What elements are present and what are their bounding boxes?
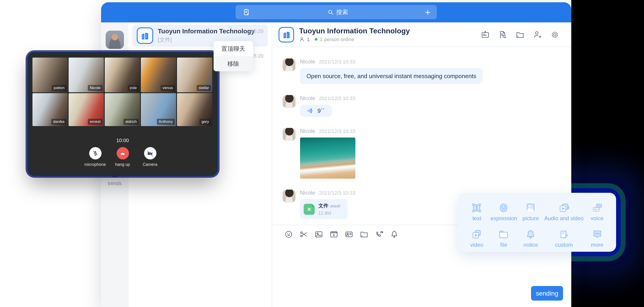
hang-up-button[interactable]: hang up — [110, 147, 136, 167]
chat-header: Tuoyun Information Technology 1 1 person… — [272, 22, 571, 47]
chat-title: Tuoyun Information Technology — [299, 27, 410, 35]
microphone-toggle[interactable]: microphone — [82, 147, 108, 167]
my-avatar[interactable] — [106, 31, 124, 49]
search-bar[interactable]: 搜索 + — [236, 5, 437, 19]
image-button[interactable] — [314, 230, 323, 239]
panel-item-expression[interactable]: expression — [490, 198, 517, 225]
add-member-button[interactable] — [533, 30, 542, 39]
video-button[interactable] — [329, 230, 338, 239]
chat-header-actions — [481, 30, 560, 39]
message-time: 2021/12/3 10:33 — [319, 190, 356, 196]
group-notice-button[interactable] — [481, 30, 490, 39]
voice-duration: 9`` — [318, 107, 325, 114]
panel-item-file[interactable]: file — [490, 225, 517, 252]
notice-icon — [525, 229, 537, 241]
panel-label: file — [500, 242, 508, 248]
chat-search-button[interactable] — [498, 30, 507, 39]
panel-item-video[interactable]: video — [463, 225, 490, 252]
sender-name: Nicole — [300, 95, 315, 101]
panel-item-notice[interactable]: notice — [517, 225, 544, 252]
conversation-time: 15:20 — [251, 28, 264, 34]
participant-tile: danika — [32, 93, 68, 126]
participant-tile: venus — [141, 57, 176, 92]
titlebar: 搜索 + — [101, 2, 571, 22]
add-icon[interactable]: + — [425, 7, 430, 17]
camera-toggle[interactable]: Camera — [137, 147, 163, 167]
expression-icon — [498, 202, 510, 214]
voice-bubble[interactable]: 9`` — [300, 105, 332, 117]
trends-label: trends — [108, 180, 122, 186]
panel-label: picture — [522, 215, 539, 222]
panel-item-picture[interactable]: picture — [517, 198, 544, 225]
participant-name: stellar — [197, 85, 211, 91]
pin-chat-menu-item[interactable]: 置顶聊天 — [214, 41, 253, 56]
notice-button[interactable] — [390, 230, 399, 239]
participant-name: ernest — [88, 119, 102, 125]
participant-name: zole — [128, 85, 138, 91]
panel-item-custom[interactable]: custom — [544, 225, 584, 252]
conversation-create-icon[interactable] — [242, 8, 251, 16]
message-voice: Nicole 2021/12/3 10:33 9`` — [283, 95, 560, 117]
call-button[interactable] — [374, 230, 384, 239]
panel-label: notice — [524, 242, 538, 248]
sender-avatar[interactable] — [283, 58, 296, 71]
emoji-button[interactable] — [284, 230, 293, 239]
camera-muted-icon — [144, 147, 156, 159]
beach-photo-attachment[interactable] — [300, 137, 356, 179]
message-time: 2021/12/3 10:33 — [319, 128, 356, 134]
file-ext: .excel — [329, 204, 340, 208]
remove-menu-item[interactable]: 移除 — [214, 56, 253, 71]
panel-item-audio-video[interactable]: Audio and video — [544, 198, 584, 225]
sender-name: Nicole — [300, 58, 315, 65]
file-attachment[interactable]: 文件.excel 12.8M — [300, 199, 348, 219]
member-count: 1 — [307, 36, 310, 42]
sender-avatar[interactable] — [283, 190, 296, 202]
online-dot — [315, 38, 318, 41]
participant-name: venus — [161, 85, 175, 91]
participant-name: gary — [200, 119, 211, 125]
group-avatar — [278, 27, 294, 42]
participant-tile: Nicole — [68, 57, 104, 92]
message-time: 2021/12/3 10:33 — [319, 59, 356, 64]
search-placeholder: 搜索 — [336, 8, 348, 16]
file-size: 12.8M — [318, 211, 340, 216]
search-input[interactable]: 搜索 — [251, 8, 425, 16]
group-files-button[interactable] — [516, 30, 524, 39]
sender-avatar[interactable] — [283, 128, 296, 141]
participant-grid: patton Nicole zole venus stellar danika … — [29, 53, 216, 126]
participant-name: patton — [52, 85, 66, 91]
contact-card-button[interactable] — [344, 230, 354, 239]
panel-item-voice[interactable]: voice — [584, 198, 610, 225]
sender-avatar[interactable] — [283, 95, 296, 108]
panel-label: more — [591, 242, 604, 248]
participant-tile: zole — [105, 57, 140, 92]
conversation-title: Tuoyun Information Technology — [158, 27, 255, 35]
panel-label: text — [472, 215, 482, 222]
participant-tile: ernest — [68, 93, 104, 126]
microphone-label: microphone — [84, 162, 106, 167]
panel-label: Audio and video — [544, 215, 584, 222]
panel-item-more[interactable]: more — [584, 225, 610, 252]
members-icon — [299, 36, 304, 42]
text-bubble: Open source, free, and universal instant… — [300, 68, 483, 84]
hang-up-icon — [116, 147, 129, 159]
call-timer: 10:00 — [29, 137, 216, 143]
text-icon — [471, 202, 483, 214]
settings-button[interactable] — [550, 30, 560, 39]
group-avatar — [137, 27, 153, 44]
message-type-panel: text expression picture — [458, 193, 616, 252]
participant-tile: aldrich — [105, 93, 140, 126]
send-button[interactable]: sending — [531, 286, 563, 301]
building-icon — [282, 30, 291, 39]
compose-area[interactable]: sending — [272, 243, 571, 307]
file-button[interactable] — [360, 230, 369, 239]
panel-label: expression — [490, 215, 517, 222]
excel-file-icon — [304, 204, 315, 215]
more-icon — [591, 229, 603, 241]
participant-tile: stellar — [177, 57, 212, 92]
message-text: Nicole 2021/12/3 10:33 Open source, free… — [283, 58, 560, 84]
panel-label: voice — [591, 215, 604, 222]
screenshot-button[interactable] — [299, 230, 308, 239]
panel-item-text[interactable]: text — [463, 198, 490, 225]
screenshot-stage: 搜索 + trends — [0, 0, 644, 307]
